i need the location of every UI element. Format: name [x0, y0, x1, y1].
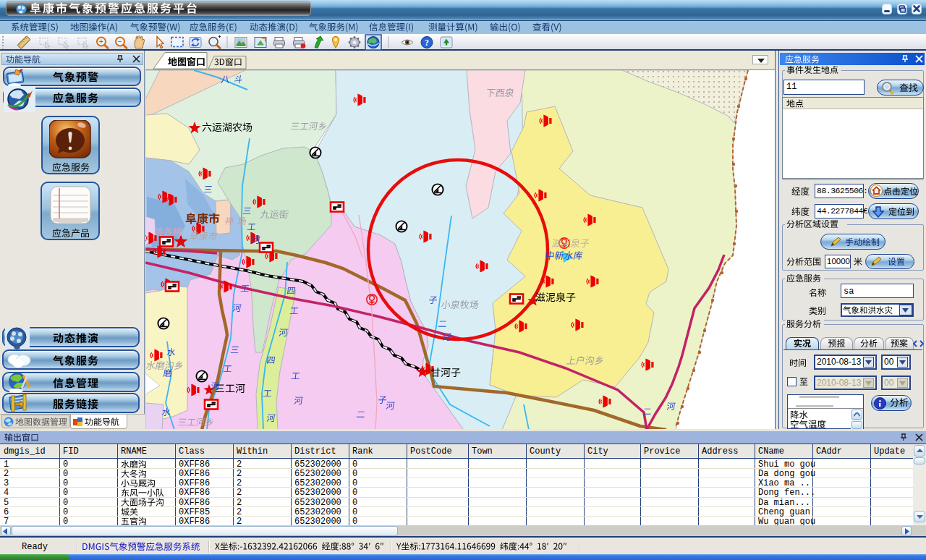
svg-text:?: ?	[425, 38, 429, 48]
svg-text:−: −	[118, 38, 122, 46]
svg-text:+: +	[99, 38, 103, 46]
